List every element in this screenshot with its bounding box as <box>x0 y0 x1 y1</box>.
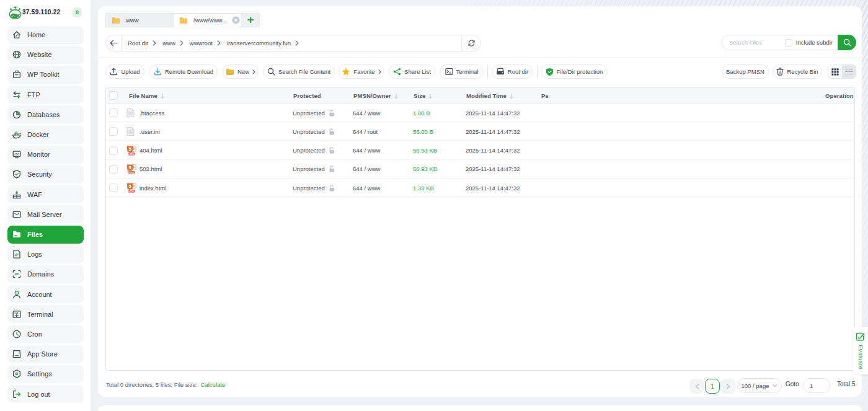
svg-text:5: 5 <box>129 165 131 170</box>
svg-text:5: 5 <box>129 183 131 189</box>
svg-text:HTML: HTML <box>128 152 135 155</box>
svg-text:HTML: HTML <box>128 190 135 193</box>
svg-text:5: 5 <box>129 146 131 152</box>
svg-text:HTML: HTML <box>128 171 135 174</box>
